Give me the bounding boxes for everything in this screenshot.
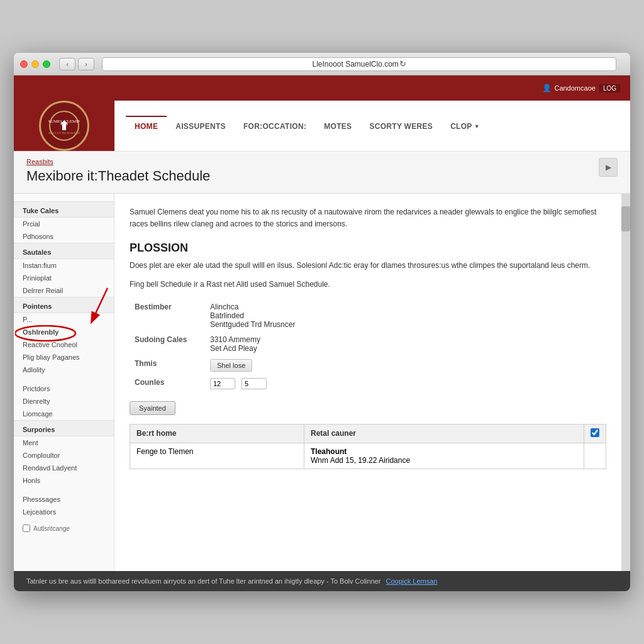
dropdown-arrow-icon: ▼	[474, 123, 480, 130]
table-cell-col2-sub: Wnm Add 15, 19.22 Airidance	[311, 456, 410, 465]
traffic-lights	[20, 60, 50, 68]
footer-link[interactable]: Coopick Lemsan	[386, 577, 438, 585]
sidebar-item-comploultor[interactable]: Comploultor	[14, 449, 114, 462]
sidebar-item-dienrelty[interactable]: Dienrelty	[14, 395, 114, 408]
nav-home[interactable]: HOME	[126, 116, 167, 136]
sidebar: Tuke Cales Prcial Pdhosons Sautales Inst…	[14, 194, 114, 571]
svg-text:SBUILT ET PRAESENTIET: SBUILT ET PRAESENTIET	[48, 131, 80, 135]
nav-foroccation[interactable]: FOR:OCCATION:	[235, 116, 315, 136]
sidebar-item-oshlrenbly[interactable]: Oshlrenbly	[14, 326, 114, 338]
sidebar-item-prcial[interactable]: Prcial	[14, 218, 114, 230]
form-label-sudoing: Sudoing Cales	[130, 332, 205, 356]
sidebar-item-instanfium[interactable]: Instan:fium	[14, 259, 114, 272]
autologon-area: Autlsritcange	[14, 518, 114, 538]
site-navbar: 👤 Candomcaoe LOG	[14, 75, 630, 101]
refresh-icon[interactable]: ↻	[399, 59, 406, 69]
sidebar-item-rendavd-ladyent[interactable]: Rendavd Ladyent	[14, 462, 114, 474]
page-title: Mexibore it:Theadet Schedule	[26, 168, 210, 184]
nav-motes[interactable]: MOTES	[315, 116, 360, 136]
sidebar-section-pointens: Pointens	[14, 297, 114, 313]
sidebar-item-phesssages[interactable]: Phesssages	[14, 493, 114, 506]
table-header-col1: Be:rt home	[130, 424, 304, 443]
table-header-col2: Retal cauner	[304, 424, 584, 443]
syainted-button[interactable]: Syainted	[130, 401, 175, 415]
close-button[interactable]	[20, 60, 28, 68]
section-heading: PLOSSION	[130, 242, 606, 255]
sidebar-item-ment[interactable]: Ment	[14, 436, 114, 449]
sidebar-section-surpories: Surpories	[14, 420, 114, 436]
form-row-sudoing: Sudoing Cales 3310 AmmemySet Acd Pleay	[130, 332, 606, 356]
play-button[interactable]: ▶	[599, 158, 618, 177]
sidebar-item-pdhosons[interactable]: Pdhosons	[14, 230, 114, 243]
form-value-sudoing: 3310 AmmemySet Acd Pleay	[205, 332, 606, 356]
sidebar-item-delrrer-reiail[interactable]: Delrrer Reiail	[14, 284, 114, 297]
maximize-button[interactable]	[43, 60, 50, 68]
logo: CAUMEL CLEMINB SBUILT ET PRAESENTIET	[39, 101, 89, 151]
user-label: Candomcaoe	[554, 84, 595, 92]
nav-clop[interactable]: CLOP ▼	[441, 116, 489, 136]
autologon-checkbox[interactable]	[23, 525, 30, 532]
counles-input2[interactable]	[242, 378, 267, 389]
sidebar-item-plig-bliay[interactable]: Plig bliay Paganes	[14, 351, 114, 364]
sidebar-section-sautales: Sautales	[14, 243, 114, 259]
shelfose-button[interactable]: Shel lose	[210, 359, 252, 372]
form-label-thmis: Thmis	[130, 356, 205, 375]
table-header-checkbox	[584, 424, 606, 443]
table-cell-col1: Fenge to Tlemen	[130, 443, 304, 469]
sidebar-item-prictdors[interactable]: Prictdors	[14, 382, 114, 395]
footer-bar: Tatnler us bre aus witlll bothareed revo…	[14, 571, 630, 591]
sidebar-item-honls[interactable]: Honls	[14, 474, 114, 487]
sidebar-item-p[interactable]: P...	[14, 313, 114, 326]
form-value-counles	[205, 375, 606, 392]
minimize-button[interactable]	[31, 60, 39, 68]
intro-text: Samuel Clemens deat you nome his to ak n…	[130, 206, 606, 230]
sidebar-item-reactive-cnoheol[interactable]: Reactive Cnoheol	[14, 338, 114, 351]
form-row-bestimber: Bestimber AlinchcaBatrlindedSenttguded T…	[130, 299, 606, 332]
section-text1: Does plet are eker ale utad the spull wi…	[130, 260, 606, 272]
table-header-checkbox-input[interactable]	[591, 428, 599, 437]
site-header: CAUMEL CLEMINB SBUILT ET PRAESENTIET HOM…	[14, 101, 630, 152]
body-layout: Tuke Cales Prcial Pdhosons Sautales Inst…	[14, 194, 630, 571]
form-value-thmis: Shel lose	[205, 356, 606, 375]
nav-scorty-weres[interactable]: SCORTY WERES	[360, 116, 441, 136]
logo-area: CAUMEL CLEMINB SBUILT ET PRAESENTIET	[14, 101, 114, 151]
footer-text: Tatnler us bre aus witlll bothareed revo…	[26, 577, 381, 585]
browser-nav-buttons: ‹ ›	[59, 58, 94, 70]
sidebar-item-prinioplat[interactable]: Prinioplat	[14, 272, 114, 284]
scrollbar-right[interactable]	[621, 194, 630, 571]
sidebar-item-lejceatiors[interactable]: Lejceatiors	[14, 506, 114, 518]
table-cell-col2: Tleahount Wnm Add 15, 19.22 Airidance	[304, 443, 584, 469]
autologon-label: Autlsritcange	[33, 525, 70, 532]
main-content: Samuel Clemens deat you nome his to ak n…	[114, 194, 621, 571]
table-header-row: Be:rt home Retal cauner	[130, 424, 606, 443]
mac-window: ‹ › LleInooot SamuelClo.com ↻ 👤 Candomca…	[14, 53, 630, 591]
table-cell-col2-title: Tleahount	[311, 447, 347, 456]
breadcrumb[interactable]: Reasbits	[26, 158, 210, 165]
highlight-wrapper: Oshlrenbly	[14, 326, 114, 338]
section-text2: Fing bell Schedule ir a Rast net Alitl u…	[130, 279, 606, 291]
table-row: Fenge to Tlemen Tleahount Wnm Add 15, 19…	[130, 443, 606, 469]
back-button[interactable]: ‹	[59, 58, 75, 70]
counles-input1[interactable]	[210, 378, 235, 389]
nav-clop-label: CLOP	[450, 122, 472, 131]
table-cell-checkbox	[584, 443, 606, 469]
scrollbar-thumb[interactable]	[621, 206, 630, 231]
form-row-counles: Counles	[130, 375, 606, 392]
form-row-thmis: Thmis Shel lose	[130, 356, 606, 375]
form-table: Bestimber AlinchcaBatrlindedSenttguded T…	[130, 299, 606, 392]
form-label-bestimber: Bestimber	[130, 299, 205, 332]
forward-button[interactable]: ›	[78, 58, 94, 70]
navbar-user: 👤 Candomcaoe	[542, 84, 595, 92]
main-nav: HOME AISSUPENTS FOR:OCCATION: MOTES SCOR…	[114, 101, 630, 151]
data-table: Be:rt home Retal cauner Fenge to Tlemen …	[130, 424, 606, 469]
sidebar-item-adlolity[interactable]: Adlolity	[14, 364, 114, 376]
sidebar-item-liomcage[interactable]: Liomcage	[14, 408, 114, 420]
page-header: Reasbits Mexibore it:Theadet Schedule ▶	[14, 152, 630, 194]
title-bar: ‹ › LleInooot SamuelClo.com ↻	[14, 53, 630, 75]
sidebar-section-tuke-cales: Tuke Cales	[14, 201, 114, 218]
nav-aissupents[interactable]: AISSUPENTS	[167, 116, 235, 136]
form-value-bestimber: AlinchcaBatrlindedSenttguded Trd Mrusnce…	[205, 299, 606, 332]
address-text: LleInooot SamuelClo.com	[312, 60, 398, 69]
log-button[interactable]: LOG	[598, 83, 621, 94]
address-bar[interactable]: LleInooot SamuelClo.com ↻	[102, 57, 616, 71]
